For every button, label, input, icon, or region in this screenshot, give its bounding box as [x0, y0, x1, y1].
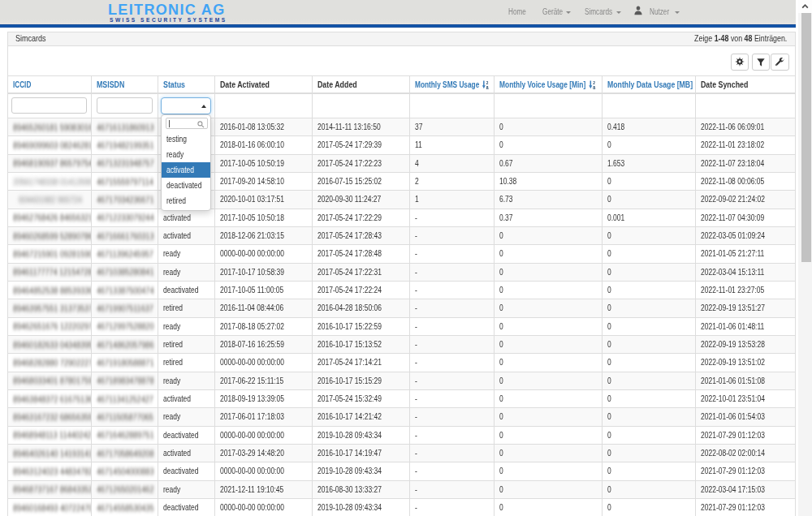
svg-text:a: a: [593, 84, 596, 89]
svg-text:a: a: [486, 84, 490, 89]
